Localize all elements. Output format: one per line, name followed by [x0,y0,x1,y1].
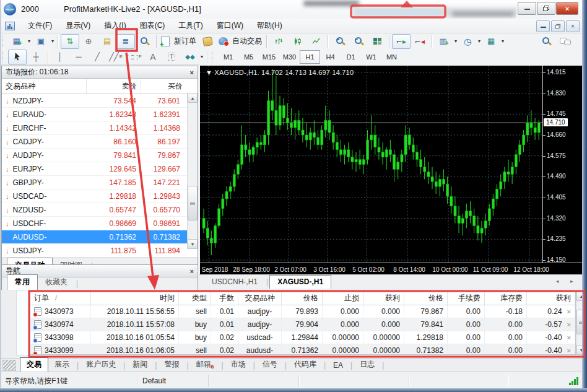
timeframe-m15[interactable]: M15 [259,50,279,64]
menu-item-5[interactable]: 窗口(W) [210,19,250,33]
timeframe-m5[interactable]: M5 [238,50,259,64]
order-row[interactable]: 34330992018.10.16 01:06:05sell0.02audusd… [30,344,575,355]
terminal-toggle-button[interactable]: ≣ [116,34,135,49]
strategy-tester-button[interactable] [135,34,154,49]
close-order-icon[interactable]: × [567,321,571,328]
chat-icon[interactable] [560,37,571,46]
menu-item-0[interactable]: 文件(F) [21,19,59,33]
fibonacci-tool[interactable]: ⸬⸬F [125,50,144,64]
window-restore-button[interactable] [537,2,555,15]
window-minimize-button[interactable] [518,2,536,15]
terminal-tab-邮箱[interactable]: 邮箱6 [190,358,220,372]
text-tool[interactable]: A [144,50,162,64]
crosshair-tool-button[interactable]: ┼ [27,50,45,64]
templates-dropdown[interactable]: ▾ [500,38,505,44]
timeframe-w1[interactable]: W1 [361,50,381,64]
chart-tab-XAGUSD-,H1[interactable]: XAGUSD-,H1 [269,275,331,289]
price-chart[interactable] [200,66,542,263]
menu-item-1[interactable]: 显示(V) [59,19,97,33]
close-order-icon[interactable]: × [567,347,571,354]
toolbar-grip[interactable] [2,51,6,63]
chart-shift-button[interactable]: ⌐▸ [392,34,411,49]
orders-column-11[interactable]: 获利 [527,292,575,305]
bar-chart-button[interactable] [269,34,288,49]
market-watch-toggle-button[interactable]: ⇅ [61,34,79,49]
price-scale[interactable]: 14.91514.83014.74514.66014.57514.49014.4… [542,66,586,263]
window-border[interactable] [0,388,587,392]
orders-column-5[interactable]: 价格 [282,292,323,305]
column-ask[interactable]: 买价 [141,79,186,94]
timeframe-m1[interactable]: M1 [218,50,238,64]
indicators-dropdown[interactable]: ▾ [453,38,458,44]
navigator-tab-常用[interactable]: 常用 [7,274,38,290]
time-axis[interactable]: 27 Sep 201828 Sep 18:002 Oct 07:003 Oct … [200,263,586,274]
scroll-down-icon[interactable]: ▼ [188,239,198,249]
market-watch-row[interactable]: ↓USDCAD-1.298181.29843 [2,189,198,203]
new-chart-dropdown[interactable]: ▾ [27,38,32,44]
menu-item-2[interactable]: 插入(I) [97,19,133,33]
horizontal-line-tool[interactable]: ─ [69,50,88,64]
market-watch-scrollbar[interactable]: ▲ ▼ [187,93,198,249]
new-order-button[interactable]: 新订单 [159,34,198,49]
orders-column-7[interactable]: 获利 [363,292,404,305]
profiles-dropdown[interactable]: ▾ [50,38,55,44]
market-watch-row[interactable]: ↓EURJPY-129.645129.667 [2,162,198,176]
market-watch-row[interactable]: ↓EURAUD-1.623481.62391 [2,108,198,121]
orders-column-1[interactable]: 时间 [91,292,179,305]
profiles-button[interactable]: ▣ [32,34,50,49]
timeframe-h4[interactable]: H4 [320,50,341,64]
candlestick-button[interactable] [288,34,307,49]
search-icon[interactable] [542,37,551,46]
templates-button[interactable]: ▦ [482,34,500,49]
menu-item-6[interactable]: 帮助(H) [250,19,289,33]
zoom-in-button[interactable]: + [331,34,349,49]
toolbar-grip[interactable] [212,51,215,63]
autotrade-button[interactable]: 自动交易 [217,34,264,49]
orders-column-3[interactable]: 手数 [211,292,238,305]
terminal-tab-账户历史[interactable]: 账户历史 [80,358,122,372]
column-bid[interactable]: 卖价 [87,79,141,94]
order-row[interactable]: 34309732018.10.11 15:56:55sell0.01audjpy… [30,305,575,318]
market-watch-row[interactable]: ↓NZDJPY-73.54473.601 [2,94,198,108]
text-label-tool[interactable]: T [162,50,181,64]
market-watch-row[interactable]: ↓EURCHF-1.143421.14368 [2,121,198,135]
mdi-close-button[interactable]: × [566,20,580,32]
menu-item-4[interactable]: 工具(T) [172,19,209,33]
market-watch-close-icon[interactable]: × [190,69,194,76]
scroll-up-icon[interactable]: ▲ [188,93,198,103]
trendline-tool[interactable]: ╱ [88,50,107,64]
orders-column-8[interactable]: 价格 [404,292,448,305]
close-order-icon[interactable]: × [567,308,571,315]
tile-windows-button[interactable] [368,34,386,49]
close-order-icon[interactable]: × [567,334,571,341]
navigator-tab-收藏夹[interactable]: 收藏夹 [38,275,75,290]
indicators-button[interactable]: ▥+ [435,34,453,49]
orders-column-9[interactable]: 手续费 [448,292,485,305]
orders-column-10[interactable]: 库存费 [485,292,527,305]
terminal-tab-代码库[interactable]: 代码库 [288,358,323,372]
terminal-tab-交易[interactable]: 交易 [20,357,48,372]
orders-column-4[interactable]: 交易品种 [238,292,282,305]
window-close-button[interactable]: × [556,2,578,15]
status-profile[interactable]: Default [137,375,209,387]
periods-button[interactable]: ◷ [458,34,477,49]
mdi-restore-button[interactable] [551,20,565,32]
metaeditor-button[interactable] [198,34,217,49]
orders-column-6[interactable]: 止损 [323,292,363,305]
chart-document-icon[interactable] [5,22,15,30]
terminal-tab-信号[interactable]: 信号 [256,358,284,372]
market-watch-row[interactable]: ↓USDJPY-111.875111.894 [2,244,198,258]
orders-column-0[interactable]: 订单/ [30,292,91,305]
terminal-tab-警报[interactable]: 警报 [158,358,185,372]
scrollbar-thumb[interactable] [188,186,198,220]
market-watch-row[interactable]: ↓CADJPY-86.16086.197 [2,135,198,149]
navigator-button[interactable]: ▤ [98,34,116,49]
cursor-tool-button[interactable] [8,50,27,64]
order-row[interactable]: 34309742018.10.11 15:57:08buy0.01audjpy-… [30,318,575,331]
market-watch-row[interactable]: ↓GBPJPY-147.185147.221 [2,176,198,189]
orders-column-2[interactable]: 类型 [179,292,211,305]
market-watch-row[interactable]: ↓AUDUSD-0.713620.71382 [2,230,198,244]
new-chart-button[interactable]: ▦+ [8,34,27,49]
market-watch-row[interactable]: ↓NZDUSD-0.657470.65770 [2,203,198,217]
terminal-tab-日志[interactable]: 日志 [354,358,381,372]
